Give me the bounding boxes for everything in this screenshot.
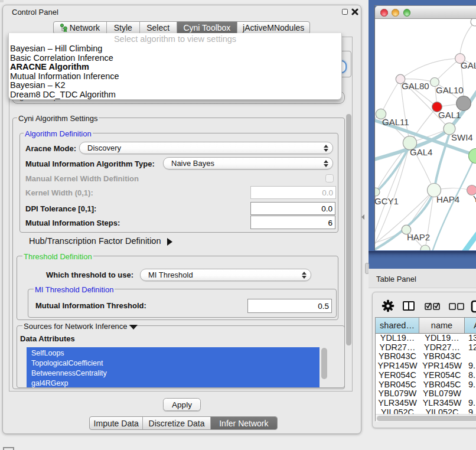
svg-text:GAL80: GAL80: [402, 81, 429, 91]
svg-text:Y: Y: [473, 194, 476, 204]
svg-text:SWI4: SWI4: [451, 132, 473, 142]
svg-text:HAP2: HAP2: [407, 232, 430, 242]
svg-text:GAL2: GAL2: [461, 60, 476, 70]
svg-text:GAL11: GAL11: [382, 117, 409, 127]
svg-text:GAL1: GAL1: [438, 110, 461, 120]
svg-text:GCY1: GCY1: [375, 196, 399, 206]
svg-text:GAL4: GAL4: [410, 147, 432, 157]
svg-text:GAL10: GAL10: [436, 85, 464, 95]
svg-text:HAP4: HAP4: [436, 194, 459, 204]
